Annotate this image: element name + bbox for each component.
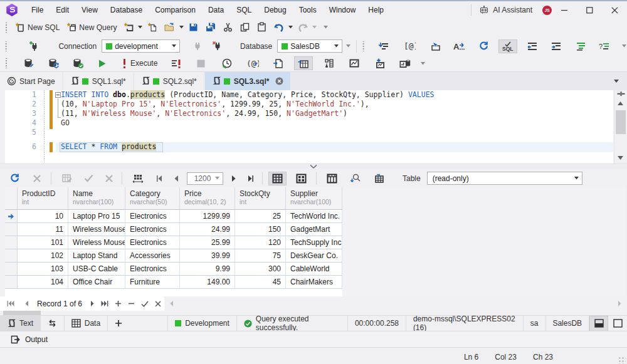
tab-sql2[interactable]: SQL2.sql* [134, 72, 204, 90]
query-history-button[interactable] [218, 56, 236, 70]
validate-sql-button[interactable]: SQL [498, 39, 517, 53]
grid-cell[interactable]: TechSupply Inc. [286, 236, 342, 249]
last-page-button[interactable] [245, 172, 257, 185]
save-button[interactable] [185, 21, 202, 34]
execute-run-button[interactable] [95, 56, 110, 70]
disconnect-button[interactable] [209, 39, 226, 53]
close-tab-icon[interactable] [275, 77, 283, 85]
close-button[interactable] [602, 3, 627, 18]
layout-split-button[interactable] [589, 316, 608, 331]
grid-cell[interactable]: Laptop Pro 15 [68, 210, 125, 223]
edit-parameters-button[interactable]: [@] [400, 39, 419, 53]
edit-database-button[interactable] [20, 56, 38, 70]
new-document-button[interactable] [144, 21, 161, 34]
add-results-tab-button[interactable] [108, 316, 129, 331]
card-view-button[interactable] [293, 172, 310, 185]
tab-start-page[interactable]: Start Page [0, 72, 62, 90]
menu-edit[interactable]: Edit [50, 3, 75, 18]
new-sql-button[interactable]: New SQL [11, 21, 63, 34]
grid-cell[interactable]: Laptop Stand [68, 249, 125, 263]
row-selector[interactable] [5, 276, 18, 289]
goto-button[interactable] [426, 39, 444, 53]
menu-help[interactable]: Help [362, 3, 390, 18]
query-builder-button[interactable] [320, 56, 338, 70]
grid-cell[interactable]: 102 [18, 249, 68, 263]
menu-comparison[interactable]: Comparison [149, 3, 202, 18]
toolbar-grip[interactable] [362, 41, 364, 51]
scroll-up-icon[interactable] [618, 101, 623, 105]
grid-cell[interactable]: Wireless Mouse [68, 236, 125, 249]
grid-cell[interactable]: 45 [235, 276, 286, 289]
tabstrip-overflow[interactable] [613, 75, 619, 88]
cancel-edit-button[interactable] [152, 301, 164, 307]
open-file-dropdown[interactable] [179, 21, 185, 34]
toolbar-grip[interactable] [5, 23, 8, 33]
prev-page-button[interactable] [171, 172, 182, 185]
menu-data[interactable]: Data [202, 3, 230, 18]
import-chart-button[interactable] [371, 56, 388, 70]
refresh-code-button[interactable] [475, 39, 492, 53]
grid-cell[interactable]: Electronics [125, 236, 180, 249]
page-size-spinner[interactable]: 1200 [187, 172, 223, 185]
last-record-button[interactable] [98, 301, 112, 306]
stop-refresh-button[interactable] [29, 172, 45, 185]
execute-settings-button[interactable] [168, 56, 185, 70]
edit-grid-button[interactable] [58, 172, 76, 185]
row-selector[interactable] [5, 210, 18, 223]
redo-button[interactable] [294, 21, 312, 34]
parameters-button[interactable]: (@) [243, 56, 262, 70]
copy-button[interactable] [236, 21, 253, 34]
rename-button[interactable]: A [450, 39, 469, 53]
connection-combobox[interactable]: development [102, 39, 180, 53]
minimize-button[interactable] [552, 3, 577, 18]
grid-cell[interactable]: DeskGear Co. [286, 249, 342, 263]
apply-changes-button[interactable] [81, 172, 97, 185]
undo-dropdown[interactable] [288, 21, 294, 34]
grid-cell[interactable]: 10 [18, 210, 68, 223]
refresh-results-button[interactable] [6, 172, 23, 185]
toolbar-grip[interactable] [5, 41, 7, 51]
grid-cell[interactable]: 39.99 [180, 249, 235, 263]
grid-cell[interactable]: Wireless Mouse [68, 223, 125, 236]
accept-changes-button[interactable] [138, 301, 152, 307]
fold-collapse-icon[interactable] [55, 92, 61, 98]
column-header-price[interactable]: Pricedecimal(10, 2) [180, 187, 235, 210]
paste-button[interactable] [253, 21, 270, 34]
grid-hscrollbar-thumb[interactable] [3, 311, 41, 315]
grid-cell[interactable]: 300 [235, 263, 286, 276]
scroll-down-icon[interactable] [618, 156, 623, 160]
grid-cell[interactable]: 75 [235, 249, 286, 263]
grid-view-button[interactable] [268, 172, 287, 185]
search-data-button[interactable] [347, 172, 364, 185]
grid-cell[interactable]: CableWorld [286, 263, 342, 276]
grid-cell[interactable]: 1299.99 [180, 210, 235, 223]
format-document-button[interactable] [572, 39, 589, 53]
column-header-name[interactable]: Namenvarchar(100) [68, 187, 125, 210]
tab-sql3-active[interactable]: SQL3.sql* [205, 72, 291, 90]
grid-cell[interactable]: 150 [235, 223, 286, 236]
environment-indicator[interactable]: Development [168, 316, 236, 331]
grid-cell[interactable]: 103 [18, 263, 68, 276]
row-selector[interactable] [5, 223, 18, 236]
ai-assistant-button[interactable]: AI Assistant [479, 6, 532, 14]
cancel-changes-button[interactable] [102, 172, 117, 185]
editor-vertical-scrollbar[interactable] [614, 90, 627, 164]
export-grid-button[interactable] [370, 172, 387, 185]
maximize-button[interactable] [577, 3, 602, 18]
grid-cell[interactable]: 9.99 [180, 263, 235, 276]
cut-button[interactable] [219, 21, 236, 34]
column-headers-button[interactable] [324, 172, 340, 185]
decrease-indent-button[interactable] [524, 39, 541, 53]
column-header-stockqty[interactable]: StockQtyint [235, 187, 286, 210]
grid-cell[interactable]: ChairMakers [286, 276, 342, 289]
toolbar2-overflow[interactable] [622, 39, 627, 53]
new-query-button[interactable]: New Query [63, 21, 120, 34]
grid-cell[interactable]: Office Chair [68, 276, 125, 289]
open-file-button[interactable] [161, 21, 179, 34]
increase-indent-button[interactable] [547, 39, 565, 53]
menu-tools[interactable]: Tools [293, 3, 323, 18]
swap-view-button[interactable] [41, 316, 64, 331]
undo-button[interactable] [270, 21, 288, 34]
grid-cell[interactable]: Electronics [125, 263, 180, 276]
results-chart-button[interactable] [345, 56, 363, 70]
